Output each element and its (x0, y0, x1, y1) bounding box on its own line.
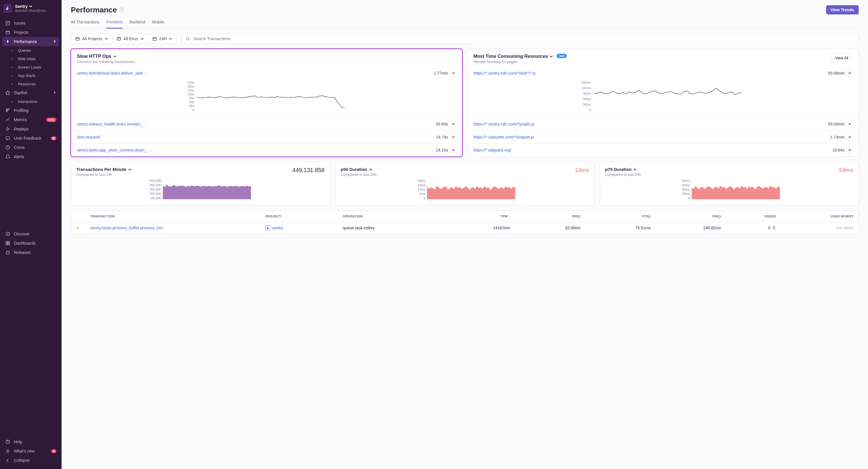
row-link[interactable]: /join-request/ (77, 135, 100, 139)
sidebar-item-interactions[interactable]: Interactions (2, 97, 59, 106)
metric-subtitle: Compared to last 24h (605, 172, 641, 177)
svg-text:60ms: 60ms (682, 183, 690, 187)
chevron-down-icon (550, 55, 553, 58)
p75-cell: 75.51ms (584, 225, 651, 230)
tab-backend[interactable]: Backend (129, 20, 145, 28)
dashboards-icon (5, 241, 10, 246)
sidebar-item-performance[interactable]: Performance (2, 37, 59, 46)
collapse-button[interactable] (847, 70, 853, 76)
tab-all-transactions[interactable]: All Transactions (71, 20, 99, 28)
row-link[interactable]: sentry.tasks.app_store_connect.dsym_ … (77, 148, 152, 152)
expand-button[interactable] (451, 147, 456, 153)
col-tpm[interactable]: TPM ↓ (443, 215, 510, 218)
collapse-button[interactable] (451, 70, 456, 76)
transaction-link[interactable]: sentry.tasks.process_buffer.process_incr (90, 225, 193, 230)
expand-button[interactable] (847, 134, 853, 140)
expand-button[interactable] (847, 147, 853, 153)
sidebar-item-profiling[interactable]: Profiling (2, 106, 59, 115)
row-link[interactable]: https://*.sentry-cdn.com/*/js/ads.js (474, 122, 535, 126)
chevron-down-icon (141, 37, 144, 40)
expand-button[interactable] (847, 121, 853, 127)
org-email: abdullah.khan@sen… (15, 9, 58, 13)
sidebar-item-what-s-new[interactable]: What's new6 (2, 446, 59, 456)
sidebar-item-replays[interactable]: Replays (2, 124, 59, 133)
time-filter[interactable]: 24H (148, 34, 177, 43)
svg-text:30ms: 30ms (583, 103, 591, 106)
operation-cell: queue.task.celery (343, 225, 440, 230)
col-transaction[interactable]: TRANSACTION (90, 215, 262, 218)
sidebar-item-issues[interactable]: Issues (2, 19, 59, 28)
search-box[interactable] (181, 34, 859, 44)
project-icon: ◆ (265, 225, 270, 230)
row-link[interactable]: https://*.zdassets.com/*/snippet.js (474, 135, 534, 139)
col-user-misery[interactable]: USER MISERY (779, 215, 854, 218)
view-all-button[interactable]: View All (831, 54, 853, 62)
card-row: sentry.tasks.app_store_connect.dsym_ … 1… (71, 144, 462, 156)
svg-rect-8 (8, 242, 9, 243)
sidebar-item-queries[interactable]: Queries (2, 46, 59, 55)
sidebar-item-screen-loads[interactable]: Screen Loads (2, 63, 59, 71)
sidebar-item-crons[interactable]: Crons (2, 143, 59, 152)
col-operation[interactable]: OPERATION (343, 215, 440, 218)
tab-frontend[interactable]: Frontend (106, 20, 123, 29)
card-row: https://*.adguard.org/ 18.64s (468, 144, 859, 156)
row-link[interactable]: https://*.sentry-cdn.com/*/dist/*/*.js (474, 71, 536, 75)
svg-text:0: 0 (424, 196, 425, 200)
star-icon[interactable]: ★ (76, 225, 87, 230)
svg-text:90s: 90s (189, 96, 194, 100)
sidebar-item-dashboards[interactable]: Dashboards (2, 239, 59, 248)
card-title[interactable]: Most Time Consuming Resources (474, 54, 553, 59)
row-link[interactable]: https://*.adguard.org/ (474, 148, 512, 152)
page-header: Performance ? View Trends All Transactio… (62, 0, 868, 29)
misery-cell: (no value) (779, 225, 854, 230)
sidebar-item-projects[interactable]: Projects (2, 28, 59, 37)
expand-button[interactable] (451, 134, 456, 140)
metric-title[interactable]: p75 Duration (605, 167, 641, 172)
sidebar-item-collapse[interactable]: Collapse (2, 456, 59, 465)
tabs: All TransactionsFrontendBackendMobile (71, 20, 859, 29)
sidebar-item-metrics[interactable]: Metricsbeta (2, 115, 59, 124)
metric-title[interactable]: p50 Duration (341, 167, 376, 172)
tab-mobile[interactable]: Mobile (152, 20, 164, 28)
col-p50-[interactable]: P50() (513, 215, 581, 218)
envs-filter[interactable]: All Envs (113, 34, 148, 43)
sidebar-item-discover[interactable]: Discover (2, 229, 59, 239)
projects-filter[interactable]: All Projects (71, 34, 113, 43)
project-link[interactable]: ◆sentry (265, 225, 340, 230)
sidebar-item-user-feedback[interactable]: User FeedbackB (2, 133, 59, 143)
bullet-icon (11, 101, 12, 102)
svg-text:0: 0 (589, 108, 591, 112)
beta-badge: beta (46, 118, 56, 122)
nav-label: Crons (14, 145, 25, 150)
org-switcher[interactable]: Sentry abdullah.khan@sen… (0, 0, 62, 17)
sidebar-item-starfish[interactable]: Starfish (2, 88, 59, 97)
sidebar-item-help[interactable]: Help (2, 437, 59, 446)
expand-button[interactable] (451, 121, 456, 127)
search-input[interactable] (193, 34, 855, 43)
nav-label: Web Vitals (18, 57, 36, 61)
sidebar-item-alerts[interactable]: Alerts (2, 152, 59, 161)
sidebar-item-resources[interactable]: Resources (2, 80, 59, 88)
nav-main: IssuesProjectsPerformanceQueriesWeb Vita… (0, 17, 62, 225)
col-project[interactable]: PROJECT (265, 215, 340, 218)
card-title[interactable]: Slow HTTP Ops (77, 54, 135, 59)
nav-label: Releases (14, 250, 31, 255)
col-p75-[interactable]: P75() (584, 215, 651, 218)
svg-rect-16 (153, 37, 156, 40)
sidebar-item-releases[interactable]: Releases (2, 248, 59, 257)
metric-value: 13ms (575, 167, 589, 174)
svg-rect-4 (6, 137, 10, 139)
sidebar-item-web-vitals[interactable]: Web Vitals (2, 55, 59, 63)
row-link[interactable]: sentry.hybridcloud.tasks.deliver_web … (77, 71, 148, 75)
svg-rect-2 (6, 110, 9, 111)
row-link[interactable]: sentry.release_health.tasks.monitor_ … (77, 122, 148, 126)
transactions-table-wrap: TRANSACTIONPROJECTOPERATIONTPM ↓P50()P75… (62, 211, 868, 240)
svg-text:80ms: 80ms (682, 180, 690, 183)
col-p95-[interactable]: P95() (653, 215, 721, 218)
sort-desc-icon: ↓ (508, 215, 510, 218)
help-icon[interactable]: ? (119, 7, 124, 12)
col-users[interactable]: USERS (724, 215, 776, 218)
view-trends-button[interactable]: View Trends (826, 5, 859, 14)
sidebar-item-app-starts[interactable]: App Starts (2, 71, 59, 80)
metric-title[interactable]: Transactions Per Minute (76, 167, 131, 172)
